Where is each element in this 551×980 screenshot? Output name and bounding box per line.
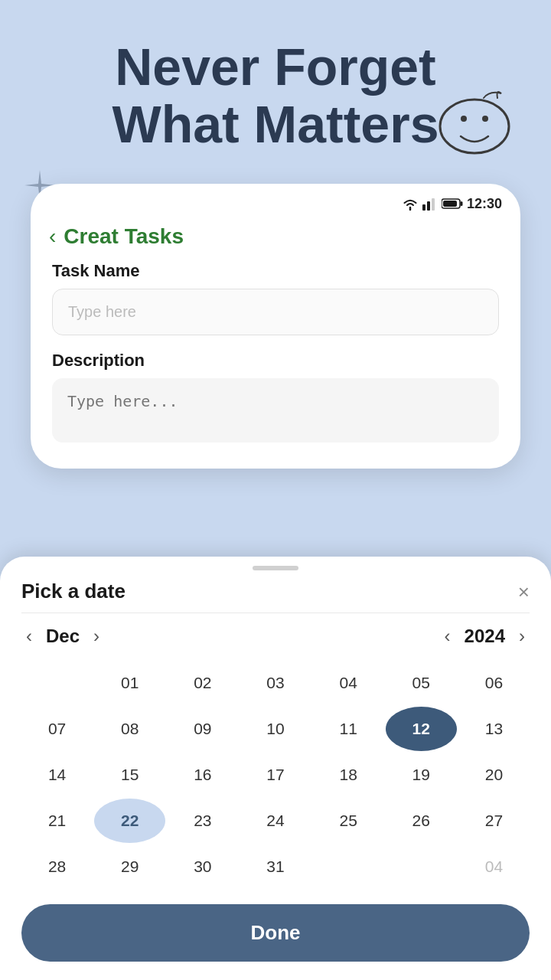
month-label: Dec [46,626,80,647]
list-item[interactable]: 21 [21,799,93,843]
calendar-grid: 01 02 03 04 05 06 07 08 09 10 11 12 13 1… [21,661,530,889]
close-button[interactable]: × [518,582,530,602]
face-doodle-icon [429,84,520,161]
list-item[interactable]: 19 [386,753,457,797]
task-name-label: Task Name [52,261,499,281]
list-item[interactable]: 08 [94,707,165,751]
list-item[interactable]: 15 [94,753,165,797]
list-item[interactable]: 28 [21,844,93,889]
phone-card: 12:30 ‹ Creat Tasks Task Name Descriptio… [31,184,520,469]
list-item[interactable]: 25 [313,799,384,843]
sheet-handle [253,566,298,570]
list-item[interactable]: 14 [21,753,93,797]
battery-icon [442,198,463,210]
list-item[interactable]: 10 [240,707,311,751]
signal-icon [422,197,438,211]
calendar-day-empty [21,661,93,705]
list-item[interactable]: 03 [240,661,311,705]
svg-rect-5 [432,198,435,211]
list-item[interactable]: 05 [386,661,457,705]
list-item [313,844,384,889]
date-picker-sheet: Pick a date × ‹ Dec › ‹ 2024 › 01 02 03 … [0,557,551,980]
wifi-icon [402,197,419,211]
svg-point-0 [440,100,509,153]
list-item[interactable]: 07 [21,707,93,751]
month-nav: ‹ Dec › [21,626,104,647]
page-title: Creat Tasks [64,224,184,249]
back-button[interactable]: ‹ [49,224,56,249]
prev-year-button[interactable]: ‹ [440,626,455,647]
status-icons: 12:30 [402,196,502,212]
list-item[interactable]: 01 [94,661,165,705]
sheet-header: Pick a date × [21,580,530,613]
svg-rect-3 [422,204,425,211]
svg-rect-8 [443,201,457,207]
sheet-title: Pick a date [21,580,126,603]
list-item[interactable]: 31 [240,844,311,889]
task-name-input[interactable] [52,289,499,335]
next-month-button[interactable]: › [89,626,104,647]
list-item[interactable]: 29 [94,844,165,889]
calendar-day-selected-primary[interactable]: 12 [386,707,457,751]
svg-rect-7 [460,201,462,206]
calendar-day-selected-secondary[interactable]: 22 [94,799,165,843]
description-label: Description [52,351,499,371]
list-item[interactable]: 04 [313,661,384,705]
status-bar: 12:30 [31,184,520,218]
list-item[interactable]: 13 [458,707,530,751]
list-item[interactable]: 06 [458,661,530,705]
year-label: 2024 [465,626,505,647]
nav-bar: ‹ Creat Tasks [31,218,520,261]
list-item[interactable]: 09 [167,707,238,751]
list-item: 04 [458,844,530,889]
year-nav: ‹ 2024 › [440,626,530,647]
list-item[interactable]: 20 [458,753,530,797]
done-button[interactable]: Done [21,904,530,962]
list-item[interactable]: 27 [458,799,530,843]
list-item[interactable]: 24 [240,799,311,843]
svg-rect-4 [427,201,430,211]
list-item[interactable]: 17 [240,753,311,797]
list-item[interactable]: 30 [167,844,238,889]
list-item[interactable]: 23 [167,799,238,843]
svg-point-2 [482,116,488,122]
list-item[interactable]: 26 [386,799,457,843]
list-item[interactable]: 16 [167,753,238,797]
list-item [386,844,457,889]
calendar-nav: ‹ Dec › ‹ 2024 › [21,626,530,647]
form-section: Task Name Description [31,261,520,446]
prev-month-button[interactable]: ‹ [21,626,37,647]
list-item[interactable]: 18 [313,753,384,797]
description-input[interactable] [52,378,499,443]
next-year-button[interactable]: › [514,626,530,647]
time-display: 12:30 [467,196,502,212]
svg-point-1 [461,116,467,122]
list-item[interactable]: 11 [313,707,384,751]
list-item[interactable]: 02 [167,661,238,705]
